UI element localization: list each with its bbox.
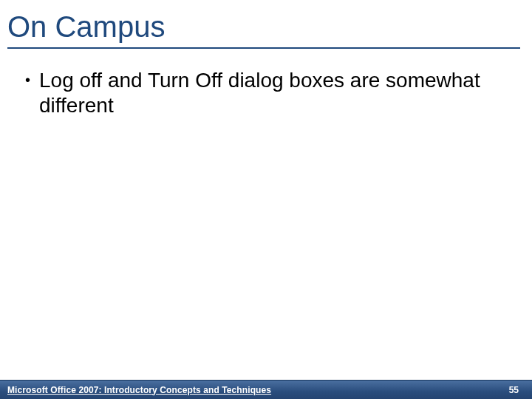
slide-body: • Log off and Turn Off dialog boxes are …: [0, 49, 532, 399]
footer-page-number: 55: [509, 385, 519, 395]
bullet-item: • Log off and Turn Off dialog boxes are …: [25, 68, 507, 118]
title-block: On Campus: [0, 0, 532, 49]
footer-source: Microsoft Office 2007: Introductory Conc…: [7, 385, 271, 395]
bullet-dot-icon: •: [25, 68, 30, 92]
slide: On Campus • Log off and Turn Off dialog …: [0, 0, 532, 399]
bullet-text: Log off and Turn Off dialog boxes are so…: [39, 68, 507, 118]
slide-title: On Campus: [7, 10, 525, 43]
slide-footer: Microsoft Office 2007: Introductory Conc…: [0, 380, 532, 399]
